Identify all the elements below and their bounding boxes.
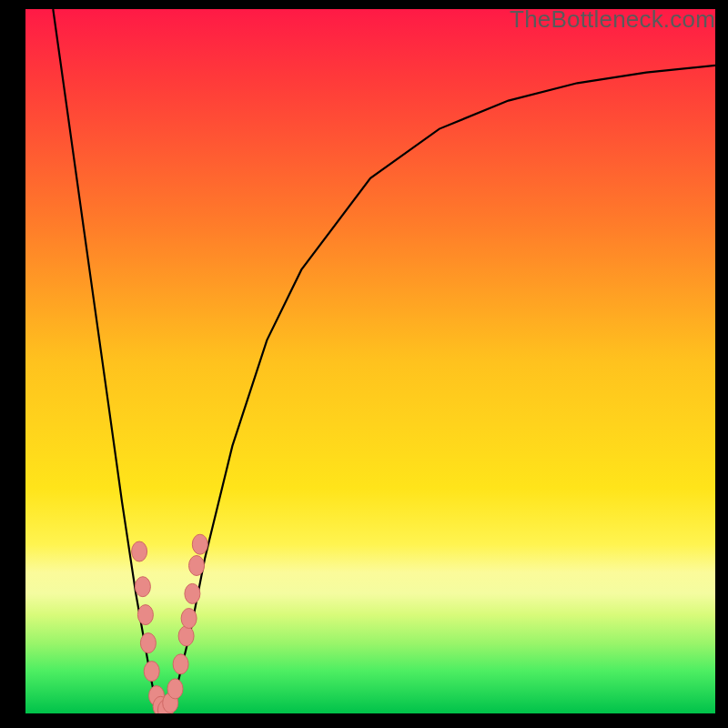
bottleneck-chart	[25, 9, 715, 713]
data-marker	[189, 556, 205, 576]
chart-frame: TheBottleneck.com	[0, 0, 728, 728]
gradient-background	[25, 9, 715, 713]
data-marker	[178, 626, 194, 646]
data-marker	[173, 654, 188, 674]
watermark-text: TheBottleneck.com	[510, 5, 715, 34]
data-marker	[140, 633, 156, 653]
data-marker	[132, 541, 147, 561]
data-marker	[137, 605, 153, 625]
data-marker	[144, 662, 159, 682]
data-marker	[192, 534, 207, 554]
data-marker	[135, 577, 150, 597]
data-marker	[181, 609, 197, 629]
data-marker	[167, 679, 183, 699]
data-marker	[185, 583, 200, 603]
